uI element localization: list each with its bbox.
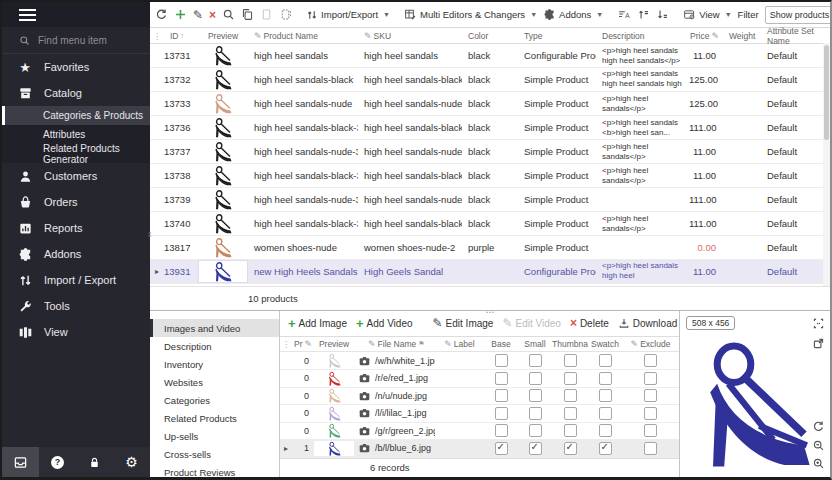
view-dropdown[interactable]: View▼ (683, 8, 731, 21)
checkbox-small[interactable] (529, 442, 542, 455)
col-header-sku[interactable]: ✎SKU (358, 31, 462, 41)
table-row[interactable]: 13739 high heel sandals-nude-37high heel… (150, 188, 830, 212)
sidebar-item-view[interactable]: View (2, 319, 150, 345)
image-row[interactable]: 0 /w/h/white_1.jpg (280, 352, 679, 370)
table-row[interactable]: 13737 high heel sandals-nude-36high heel… (150, 140, 830, 164)
checkbox-thumbnail[interactable] (564, 442, 577, 455)
checkbox-base[interactable] (495, 424, 508, 437)
edit-video-button[interactable]: ✎Edit Video (502, 316, 560, 330)
paste-special-button[interactable] (279, 8, 292, 21)
sidebar-item-favorites[interactable]: ★ Favorites (2, 54, 150, 80)
checkbox-base[interactable] (495, 407, 508, 420)
checkbox-exclude[interactable] (644, 407, 657, 420)
col-header-weight[interactable]: Weight (723, 31, 761, 41)
multi-editors-dropdown[interactable]: Multi Editors & Changers▼ (404, 8, 537, 21)
lock-icon[interactable] (88, 456, 101, 469)
actual-size-icon[interactable] (812, 317, 825, 330)
col-header-exclude[interactable]: ✎Exclude (622, 339, 679, 349)
sidebar-item-import-export[interactable]: Import / Export (2, 267, 150, 293)
import-export-dropdown[interactable]: Import/Export▼ (306, 9, 390, 21)
checkbox-small[interactable] (529, 424, 542, 437)
tab-related-products[interactable]: Related Products (150, 409, 279, 427)
col-header-color[interactable]: Color (462, 31, 512, 41)
image-row[interactable]: 0 /l/i/lilac_1.jpg (280, 405, 679, 423)
filter-select[interactable]: Show products from selected categories ▼ (765, 6, 832, 24)
product-thumbnail[interactable] (198, 69, 248, 90)
checkbox-small[interactable] (529, 354, 542, 367)
checkbox-base[interactable] (495, 354, 508, 367)
product-thumbnail[interactable] (198, 141, 248, 162)
checkbox-swatch[interactable] (599, 389, 612, 402)
add-row-button[interactable] (174, 8, 187, 21)
move-up-button[interactable] (637, 8, 650, 21)
add-image-button[interactable]: +Add Image (288, 316, 347, 331)
col-header-attribute-set[interactable]: Attribute Set Name (761, 26, 830, 46)
rotate-icon[interactable] (812, 420, 825, 433)
col-header-swatch[interactable]: Swatch (588, 339, 622, 349)
sidebar-item-reports[interactable]: Reports (2, 215, 150, 241)
tab-up-sells[interactable]: Up-sells (150, 427, 279, 445)
sidebar-item-customers[interactable]: Customers (2, 163, 150, 189)
col-header-small[interactable]: Small (518, 339, 552, 349)
sidebar-item-orders[interactable]: Orders (2, 189, 150, 215)
checkbox-exclude[interactable] (644, 372, 657, 385)
col-header-price[interactable]: Price✎ (689, 31, 723, 41)
scrollbar-thumb[interactable] (824, 45, 829, 140)
copy-button[interactable] (241, 8, 254, 21)
col-header-label[interactable]: ✎Label (435, 339, 484, 349)
col-header-thumbnail[interactable]: Thumbna (552, 339, 588, 349)
image-thumbnail[interactable] (314, 441, 354, 456)
col-header-base[interactable]: Base (484, 339, 518, 349)
edit-image-button[interactable]: ✎Edit Image (433, 316, 494, 330)
tab-product-reviews[interactable]: Product Reviews (150, 463, 279, 480)
image-thumbnail[interactable] (314, 353, 354, 368)
checkbox-base[interactable] (495, 442, 508, 455)
sidebar-item-tools[interactable]: Tools (2, 293, 150, 319)
checkbox-thumbnail[interactable] (564, 372, 577, 385)
checkbox-exclude[interactable] (644, 389, 657, 402)
image-thumbnail[interactable] (314, 388, 354, 403)
col-header-product-name[interactable]: ✎Product Name (248, 31, 358, 41)
menu-search-input[interactable]: Find menu item (2, 27, 150, 54)
col-header-position[interactable]: Pr✎ (292, 339, 314, 349)
move-down-button[interactable] (656, 8, 669, 21)
table-row[interactable]: 13736 high heel sandals-black-36high hee… (150, 116, 830, 140)
tab-websites[interactable]: Websites (150, 373, 279, 391)
col-header-preview[interactable]: Preview (198, 31, 248, 41)
checkbox-thumbnail[interactable] (564, 389, 577, 402)
checkbox-swatch[interactable] (599, 424, 612, 437)
delete-row-button[interactable]: × (209, 8, 216, 22)
tab-description[interactable]: Description (150, 337, 279, 355)
image-row-selected[interactable]: ▸1 /b/l/blue_6.jpg (280, 440, 679, 458)
checkbox-thumbnail[interactable] (564, 354, 577, 367)
checkbox-small[interactable] (529, 407, 542, 420)
table-row[interactable]: 13738 high heel sandals-black-37high hee… (150, 164, 830, 188)
tab-categories[interactable]: Categories (150, 391, 279, 409)
sidebar-item-related-products-generator[interactable]: Related Products Generator (2, 144, 150, 163)
tab-inventory[interactable]: Inventory (150, 355, 279, 373)
image-thumbnail[interactable] (314, 371, 354, 386)
checkbox-exclude[interactable] (644, 424, 657, 437)
settings-gear-icon[interactable]: ⚙ (125, 455, 138, 469)
checkbox-swatch[interactable] (599, 407, 612, 420)
sidebar-item-attributes[interactable]: Attributes (2, 125, 150, 144)
store-manager-button[interactable] (2, 447, 39, 477)
panel-splitter-handle[interactable]: ⁞⁞ (148, 232, 154, 237)
col-header-description[interactable]: Description (596, 31, 689, 41)
paste-button[interactable] (260, 8, 273, 21)
image-row[interactable]: 0 /n/u/nude.jpg (280, 388, 679, 406)
delete-image-button[interactable]: ×Delete (570, 316, 609, 330)
product-thumbnail[interactable] (198, 213, 248, 234)
col-header-id[interactable]: ID↑ (164, 31, 198, 41)
col-header-image-preview[interactable]: Preview (314, 339, 354, 349)
tab-images-and-video[interactable]: Images and Video (150, 319, 279, 337)
product-thumbnail[interactable] (198, 237, 248, 258)
tab-cross-sells[interactable]: Cross-sells (150, 445, 279, 463)
edit-row-button[interactable]: ✎ (193, 8, 203, 22)
checkbox-exclude[interactable] (644, 354, 657, 367)
sidebar-item-categories-products[interactable]: Categories & Products (2, 106, 150, 125)
checkbox-base[interactable] (495, 389, 508, 402)
checkbox-small[interactable] (529, 372, 542, 385)
table-row-selected[interactable]: ▸13931 new High Heels SandalsHigh Geels … (150, 260, 830, 284)
table-row[interactable]: 13817 women shoes-nudewomen shoes-nude-2… (150, 236, 830, 260)
